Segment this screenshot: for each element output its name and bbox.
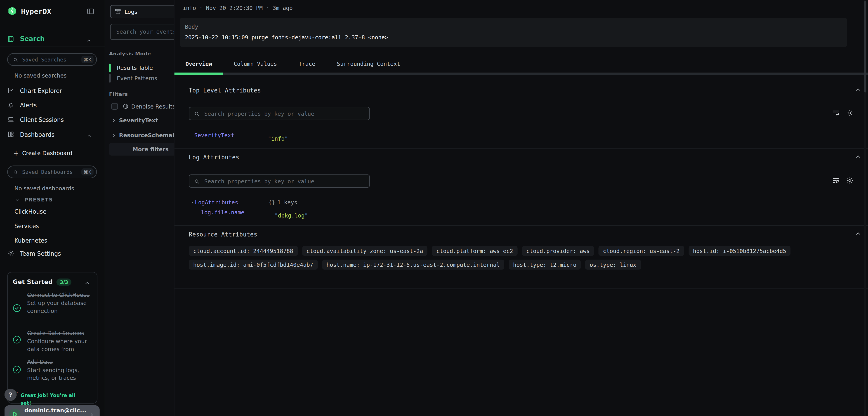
mode-event-patterns[interactable]: Event Patterns xyxy=(109,73,157,84)
attr-key[interactable]: LogAttributes xyxy=(195,200,238,206)
check-circle-icon xyxy=(12,365,22,375)
resource-pill[interactable]: os.type: linux xyxy=(585,260,641,270)
top-level-search-input[interactable] xyxy=(203,110,365,117)
event-search-box xyxy=(110,24,174,40)
divider xyxy=(0,47,105,47)
sidebar-item-search[interactable]: Search xyxy=(7,35,44,42)
sidebar-item-client-sessions[interactable]: Client Sessions xyxy=(7,116,64,123)
gear-icon[interactable] xyxy=(846,109,854,117)
active-tab-underline xyxy=(174,72,223,75)
search-icon xyxy=(194,178,200,184)
user-menu[interactable]: D dominic.tran@clic... dominic.tran@clic… xyxy=(4,405,100,416)
get-started-item[interactable]: Connect to ClickHouse Set up your databa… xyxy=(27,291,92,316)
chevron-right-icon xyxy=(111,118,116,123)
filter-group-label: SeverityText xyxy=(119,117,158,123)
sidebar-item-chart-explorer[interactable]: Chart Explorer xyxy=(7,87,62,94)
presets-label: PRESETS xyxy=(24,197,53,203)
scrollbar-thumb[interactable] xyxy=(864,1,866,92)
saved-dashboards-search[interactable]: ⌘K xyxy=(7,166,97,178)
detail-tabs: Overview Column Values Trace Surrounding… xyxy=(174,61,422,67)
resource-pill[interactable]: cloud.region: us-east-2 xyxy=(598,246,684,256)
presets-toggle[interactable]: PRESETS xyxy=(15,197,53,203)
sidebar-item-label: Alerts xyxy=(20,101,37,108)
more-filters-button[interactable]: More filters xyxy=(109,143,174,155)
denoise-checkbox[interactable] xyxy=(111,103,118,110)
braces-glyph: {} xyxy=(269,200,275,206)
attr-key[interactable]: log.file.name xyxy=(201,209,244,215)
wrap-lines-icon[interactable] xyxy=(832,109,840,117)
search-icon xyxy=(13,169,18,175)
gear-icon[interactable] xyxy=(846,177,854,184)
log-attrs-search-input[interactable] xyxy=(203,177,365,185)
create-dashboard-label: Create Dashboard xyxy=(22,150,72,156)
user-name: dominic.tran@clic... xyxy=(24,408,86,414)
logo: HyperDX xyxy=(7,6,51,16)
severity-badge: info xyxy=(183,5,196,11)
filter-group-severitytext[interactable]: SeverityText xyxy=(111,117,158,123)
tree-collapse-caret[interactable]: ▾ xyxy=(191,200,194,205)
collapse-section-icon[interactable] xyxy=(855,230,862,238)
chevron-up-icon[interactable] xyxy=(84,280,90,286)
get-started-item[interactable]: Create Data Sources Configure where your… xyxy=(27,329,92,354)
denoise-label[interactable]: Denoise Results xyxy=(131,103,174,110)
filter-group-resourceschemaurl[interactable]: ResourceSchemaUrl xyxy=(111,132,174,138)
event-timestamp: Nov 20 2:20:30 PM xyxy=(206,5,263,11)
resource-pill[interactable]: cloud.account.id: 244449518788 xyxy=(189,246,298,256)
source-select[interactable]: Logs xyxy=(110,5,174,18)
help-button[interactable]: ? xyxy=(4,389,17,401)
tab-column-values[interactable]: Column Values xyxy=(234,61,277,67)
resource-pill[interactable]: cloud.platform: aws_ec2 xyxy=(432,246,518,256)
create-dashboard-button[interactable]: + Create Dashboard xyxy=(13,150,72,156)
wrap-lines-icon[interactable] xyxy=(832,177,840,184)
attr-value[interactable]: "dpkg.log" xyxy=(275,209,308,220)
mode-label: Results Table xyxy=(117,65,153,71)
preset-kubernetes[interactable]: Kubernetes xyxy=(14,237,48,243)
chevron-up-icon[interactable] xyxy=(86,133,92,139)
resource-pill[interactable]: host.type: t2.micro xyxy=(508,260,581,270)
source-select-value: Logs xyxy=(125,8,137,15)
event-search-input[interactable] xyxy=(111,24,174,39)
check-circle-icon xyxy=(12,335,22,345)
preset-clickhouse[interactable]: ClickHouse xyxy=(14,208,46,215)
avatar: D xyxy=(9,409,20,416)
chevron-up-icon[interactable] xyxy=(86,38,92,44)
sidebar-item-dashboards[interactable]: Dashboards xyxy=(7,131,55,138)
quote: " xyxy=(268,136,271,142)
tab-overview[interactable]: Overview xyxy=(185,61,212,67)
collapse-section-icon[interactable] xyxy=(855,86,862,94)
preset-services[interactable]: Services xyxy=(14,222,39,229)
bell-icon xyxy=(7,101,14,109)
mode-label: Event Patterns xyxy=(117,75,157,81)
collapse-section-icon[interactable] xyxy=(855,153,862,160)
tab-surrounding-context[interactable]: Surrounding Context xyxy=(337,61,400,67)
attr-value[interactable]: "info" xyxy=(268,132,288,143)
sidebar-item-alerts[interactable]: Alerts xyxy=(7,101,37,109)
resource-pill[interactable]: host.name: ip-172-31-12-5.us-east-2.comp… xyxy=(322,260,504,270)
get-started-item[interactable]: Add Data Start sending logs, metrics, or… xyxy=(27,358,92,382)
resource-pill[interactable]: host.image.id: ami-0f5fcdfbd140e4ab7 xyxy=(189,260,318,270)
sidebar-item-team-settings[interactable]: Team Settings xyxy=(7,249,61,257)
dashboard-icon xyxy=(7,131,14,138)
resource-pill[interactable]: cloud.availability_zone: us-east-2a xyxy=(302,246,428,256)
tab-trace[interactable]: Trace xyxy=(299,61,315,67)
more-filters-label: More filters xyxy=(132,146,168,152)
section-title-top-level: Top Level Attributes xyxy=(189,87,261,93)
logs-source-icon xyxy=(115,8,121,15)
sidebar-item-label: Search xyxy=(20,35,44,42)
step-desc: Set up your database connection xyxy=(27,299,92,316)
mode-results-table[interactable]: Results Table xyxy=(109,63,153,73)
attr-key[interactable]: SeverityText xyxy=(194,132,235,138)
step-desc: Configure where your data comes from xyxy=(27,337,92,354)
sidebar-item-label: Team Settings xyxy=(20,250,61,257)
resource-pill[interactable]: cloud.provider: aws xyxy=(522,246,594,256)
resource-pill[interactable]: host.id: i-0510b81275acbe4d5 xyxy=(688,246,791,256)
saved-searches-input[interactable] xyxy=(21,56,79,63)
separator: · xyxy=(266,5,270,11)
saved-dashboards-input[interactable] xyxy=(21,168,79,175)
saved-searches-search[interactable]: ⌘K xyxy=(7,53,97,66)
shortcut-badge: ⌘K xyxy=(81,56,94,63)
gear-icon xyxy=(7,249,14,257)
progress-badge: 3/3 xyxy=(57,278,71,286)
no-saved-searches-text: No saved searches xyxy=(14,72,67,79)
sidebar-collapse-icon[interactable] xyxy=(86,7,95,16)
